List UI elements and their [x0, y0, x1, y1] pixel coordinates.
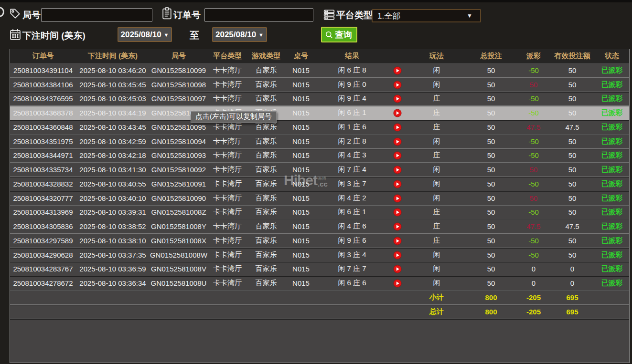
cell-game-no[interactable]: GN0152581008X [150, 237, 208, 245]
status-badge: 已派彩 [594, 165, 630, 174]
table-row[interactable]: 2508100342975892025-08-10 03:38:10GN0152… [10, 233, 629, 248]
table-row[interactable]: 2508100343139692025-08-10 03:39:31GN0152… [10, 205, 629, 219]
cell-order-no: 250810034278672 [10, 279, 76, 287]
cell-game-no[interactable]: GN0152581008V [150, 265, 208, 273]
date-from-picker[interactable]: 2025/08/10 ▼ [118, 27, 172, 42]
cell-platform: 卡卡湾厅 [208, 208, 247, 217]
platform-type-select[interactable]: 1.全部 ▼ [372, 9, 481, 22]
cell-game-no[interactable]: GN0152581008Y [150, 222, 208, 230]
cell-game-type: 百家乐 [247, 236, 285, 245]
cell-valid-bet: 50 [551, 251, 594, 259]
cell-order-no: 250810034360848 [10, 123, 76, 131]
column-header: 状态 [594, 52, 630, 61]
cell-game-no[interactable]: GN01525810091 [150, 180, 208, 188]
cell-game-no[interactable]: GN0152581008W [150, 251, 208, 259]
cell-bet-type: 闲 [407, 80, 466, 89]
play-icon[interactable] [393, 222, 402, 231]
table-row[interactable]: 2508100343357342025-08-10 03:41:30GN0152… [10, 162, 629, 177]
cell-table-no: N015 [285, 94, 317, 103]
cell-replay [387, 279, 407, 288]
cell-platform: 卡卡湾厅 [208, 264, 247, 273]
cell-platform: 卡卡湾厅 [208, 66, 247, 75]
play-icon[interactable] [393, 123, 402, 132]
cell-game-no[interactable]: GN01525810098 [150, 81, 208, 89]
bet-time-label: 下注时间 (美东) [22, 30, 86, 42]
play-icon[interactable] [393, 166, 402, 174]
play-icon[interactable] [393, 251, 402, 260]
cell-order-no: 250810034290628 [10, 251, 76, 259]
cell-table-no: N015 [285, 251, 317, 259]
play-icon[interactable] [393, 109, 402, 117]
game-no-input[interactable] [41, 8, 152, 22]
play-icon[interactable] [393, 137, 402, 146]
cell-valid-bet: 50 [551, 94, 594, 103]
cell-total-bet: 50 [466, 180, 516, 188]
status-badge: 已派彩 [594, 137, 630, 146]
table-empty-area [10, 319, 629, 363]
play-icon[interactable] [393, 279, 402, 288]
play-icon[interactable] [393, 265, 402, 273]
search-icon [325, 31, 333, 39]
calendar-icon [9, 28, 21, 41]
play-icon[interactable] [393, 151, 402, 160]
platform-stack-icon [323, 9, 335, 21]
cell-game-no[interactable]: GN01525810092 [150, 166, 208, 174]
cell-bet-time: 2025-08-10 03:36:59 [76, 265, 150, 273]
table-row[interactable]: 2508100343765952025-08-10 03:45:03GN0152… [10, 92, 629, 106]
table-row[interactable]: 2508100343449712025-08-10 03:42:18GN0152… [10, 148, 629, 163]
table-row[interactable]: 2508100343207772025-08-10 03:40:10GN0152… [10, 191, 629, 205]
bet-records-table: 订单号下注时间 (美东)局号平台类型游戏类型桌号结果玩法总投注派彩有效投注额状态… [10, 49, 630, 363]
cell-result: 闲 2 庄 8 [317, 137, 387, 146]
cell-game-no[interactable]: GN0152581008Z [150, 208, 208, 216]
play-icon[interactable] [393, 180, 402, 188]
column-header: 有效投注额 [551, 52, 594, 61]
cell-table-no: N015 [285, 180, 317, 188]
cell-replay [387, 179, 407, 188]
table-row[interactable]: 2508100343683782025-08-10 03:44:19GN0152… [10, 105, 629, 120]
cell-table-no: N015 [285, 208, 317, 216]
play-icon[interactable] [393, 94, 402, 103]
table-row[interactable]: 2508100342906282025-08-10 03:37:35GN0152… [10, 248, 629, 262]
cell-order-no: 250810034328832 [10, 180, 76, 188]
cell-game-no[interactable]: GN01525810099 [150, 66, 208, 74]
table-row[interactable]: 2508100343911042025-08-10 03:46:20GN0152… [10, 63, 629, 77]
play-icon[interactable] [393, 194, 402, 203]
cell-payout: -50 [516, 151, 551, 159]
search-button[interactable]: 查询 [321, 27, 357, 42]
cell-game-type: 百家乐 [247, 66, 285, 75]
cell-table-no: N015 [285, 66, 317, 74]
table-row[interactable]: 2508100343288322025-08-10 03:40:55GN0152… [10, 177, 629, 191]
cell-game-no[interactable]: GN01525810093 [150, 151, 208, 159]
table-row[interactable]: 2508100343608482025-08-10 03:43:45GN0152… [10, 120, 629, 134]
cell-total-bet: 50 [466, 265, 516, 273]
table-row[interactable]: 2508100342837672025-08-10 03:36:59GN0152… [10, 262, 629, 276]
date-to-picker[interactable]: 2025/08/10 ▼ [212, 27, 267, 42]
cell-game-no[interactable]: GN0152581008U [150, 279, 208, 287]
order-no-input[interactable] [204, 8, 313, 22]
cell-replay [387, 66, 407, 75]
cell-bet-time: 2025-08-10 03:45:45 [76, 81, 150, 89]
cell-game-no[interactable]: GN01525810097 [150, 94, 208, 103]
cell-total-bet: 50 [466, 109, 516, 117]
status-badge: 已派彩 [594, 151, 630, 160]
cell-result: 闲 4 庄 3 [317, 151, 387, 160]
table-row[interactable]: 2508100342786722025-08-10 03:36:34GN0152… [10, 276, 629, 290]
play-icon[interactable] [393, 237, 402, 245]
table-row[interactable]: 2508100343841062025-08-10 03:45:45GN0152… [10, 77, 629, 92]
cell-bet-type: 庄 [407, 151, 466, 160]
cell-game-no[interactable]: GN01525810094 [150, 137, 208, 146]
cell-game-no[interactable]: GN01525810090 [150, 194, 208, 202]
cell-payout: 50 [516, 81, 551, 89]
cell-game-type: 百家乐 [247, 94, 285, 103]
cell-game-no[interactable]: GN01525810095 [150, 123, 208, 131]
column-header: 下注时间 (美东) [76, 52, 150, 61]
play-icon[interactable] [393, 81, 402, 89]
play-icon[interactable] [393, 208, 402, 217]
table-row[interactable]: 2508100343058362025-08-10 03:38:52GN0152… [10, 219, 629, 233]
play-icon[interactable] [393, 66, 402, 75]
cell-result: 闲 4 庄 2 [317, 194, 387, 203]
cell-result: 闲 9 庄 6 [317, 236, 387, 245]
status-badge: 已派彩 [594, 236, 630, 245]
table-row[interactable]: 2508100343519752025-08-10 03:42:59GN0152… [10, 134, 629, 148]
cell-bet-time: 2025-08-10 03:45:03 [76, 94, 150, 103]
